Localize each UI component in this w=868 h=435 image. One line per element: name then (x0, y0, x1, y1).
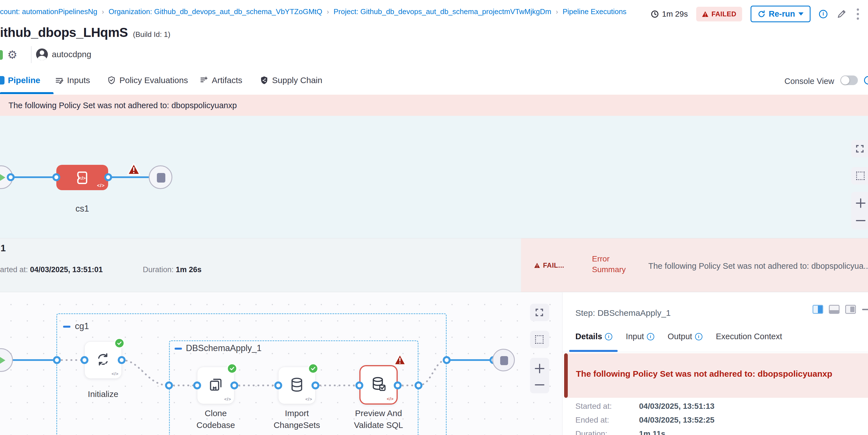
zoom-out-icon[interactable] (856, 220, 865, 221)
step-clone-codebase[interactable]: </> (197, 367, 234, 404)
zoom-control[interactable] (851, 192, 868, 229)
marquee-select-button[interactable] (851, 167, 868, 185)
marquee-select-button[interactable] (530, 331, 549, 348)
code-glyph: </> (224, 397, 231, 401)
connector-port (193, 381, 201, 390)
tab-supply-chain[interactable]: Supply Chain (260, 75, 322, 85)
warning-icon (534, 262, 540, 268)
connector-port (104, 173, 112, 181)
console-view-toggle[interactable] (840, 75, 858, 85)
tab-policy-evaluations[interactable]: Policy Evaluations (107, 75, 188, 85)
fullscreen-button[interactable] (851, 140, 868, 157)
step-success-badge (308, 363, 318, 374)
connector-port (81, 356, 88, 364)
breadcrumb-account[interactable]: count: automationPipelinesNg (0, 7, 97, 16)
panel-tab-details[interactable]: Details i (576, 332, 612, 341)
info-icon[interactable]: i (647, 333, 654, 340)
connector-port (311, 381, 319, 390)
custom-stage-icon: </> (73, 169, 91, 187)
error-summary-text: The following Policy Set was not adhered… (648, 261, 868, 271)
tab-pipeline[interactable]: Pipeline (0, 75, 40, 85)
zoom-control[interactable] (530, 358, 549, 393)
code-glyph: </> (97, 183, 105, 188)
clone-codebase-icon (208, 377, 224, 393)
error-left-bar (564, 353, 568, 398)
breadcrumb-project[interactable]: Project: Github_db_devops_aut_db_schema_… (334, 7, 551, 16)
status-badge-text: FAILED (711, 10, 736, 18)
panel-tabs: Details i Input i Output i Execution Con… (576, 332, 782, 341)
step-initialize[interactable]: </> (85, 341, 122, 379)
tab-artifacts-label: Artifacts (212, 75, 242, 85)
info-icon[interactable]: i (605, 333, 612, 340)
zoom-out-icon[interactable] (535, 384, 545, 385)
layout-bottom-view-icon[interactable] (829, 305, 840, 314)
step-success-badge (114, 338, 125, 348)
breadcrumb: count: automationPipelinesNg › Organizat… (0, 7, 626, 16)
tab-inputs-label: Inputs (67, 75, 90, 85)
edge-line (108, 176, 154, 178)
panel-minimize-icon[interactable] (862, 309, 868, 310)
refresh-icon (757, 10, 766, 18)
chevron-down-icon (799, 12, 804, 15)
svg-text:</>: </> (79, 176, 86, 181)
edit-pencil-icon[interactable] (836, 8, 847, 20)
panel-ended-label: Ended at: (576, 415, 609, 425)
panel-ended-value: 04/03/2025, 13:52:25 (639, 415, 714, 425)
build-id: (Build Id: 1) (133, 30, 170, 39)
panel-tab-input[interactable]: Input i (626, 332, 654, 341)
breadcrumb-pipeline-executions[interactable]: Pipeline Executions (562, 7, 626, 16)
step-import-changesets[interactable]: </> (278, 367, 315, 404)
panel-error-text: The following Policy Set was not adhered… (576, 369, 832, 379)
pipeline-execution-page: count: automationPipelinesNg › Organizat… (0, 0, 868, 435)
rerun-button[interactable]: Re-run (750, 6, 810, 22)
layout-right-view-icon[interactable] (845, 305, 856, 314)
layout-split-view-icon[interactable] (812, 305, 823, 314)
step-graph-canvas[interactable]: cg1 DBSchemaApply_1 (0, 292, 562, 435)
shield-check-icon (107, 76, 116, 85)
rerun-button-label: Re-run (769, 9, 795, 19)
tab-pipeline-label: Pipeline (8, 75, 40, 85)
error-summary-label: Error Summary (592, 254, 637, 275)
code-glyph: </> (112, 371, 119, 376)
info-icon[interactable]: i (819, 10, 828, 18)
more-options-icon[interactable] (856, 7, 860, 21)
clock-icon (651, 10, 659, 18)
stop-icon (157, 173, 165, 183)
info-icon[interactable]: i (695, 333, 703, 340)
execution-duration-text: 1m 29s (662, 9, 688, 19)
stage-duration-value: 1m 26s (176, 266, 202, 274)
connector-port (7, 173, 14, 181)
code-glyph: </> (305, 397, 312, 401)
step-preview-validate-sql[interactable]: </> (360, 365, 398, 405)
info-icon-partial[interactable]: i (864, 76, 868, 85)
error-summary-panel: FAIL... Error Summary The following Poli… (521, 238, 868, 292)
toggle-knob (841, 76, 849, 85)
code-glyph: </> (387, 396, 394, 401)
step-details-panel: Step: DBSchemaApply_1 Details i Input i … (562, 292, 868, 435)
title-row: ithub_dbops_LHqmS (Build Id: 1) (0, 25, 170, 40)
page-title: ithub_dbops_LHqmS (0, 25, 128, 40)
tab-inputs[interactable]: Inputs (55, 75, 90, 85)
stage-node-cs1[interactable]: </> </> (56, 165, 108, 190)
database-icon (289, 377, 305, 393)
step-label-initialize: Initialize (66, 388, 140, 400)
connector-port (394, 381, 402, 390)
panel-tab-execution-context[interactable]: Execution Context (716, 332, 782, 341)
stage-summary-band: FAIL... Error Summary The following Poli… (0, 238, 868, 292)
fullscreen-button[interactable] (530, 304, 549, 321)
step-label-import-changesets: Import ChangeSets (260, 407, 334, 431)
step-label-preview-validate-sql: Preview And Validate SQL (342, 407, 415, 431)
tab-artifacts[interactable]: Artifacts (199, 75, 242, 85)
connector-port (443, 356, 451, 364)
stage-fail-text: FAIL... (543, 261, 564, 269)
connector-port (414, 381, 423, 390)
tab-policy-evaluations-label: Policy Evaluations (119, 75, 188, 85)
header-actions: 1m 29s FAILED Re-run i (651, 6, 860, 22)
panel-tab-output[interactable]: Output i (668, 332, 703, 341)
stage-graph-canvas[interactable]: </> </> cs1 (0, 116, 868, 238)
tab-supply-chain-label: Supply Chain (272, 75, 322, 85)
gear-icon[interactable]: ⚙ (7, 47, 18, 62)
stage-node-label: cs1 (56, 204, 108, 214)
divider (562, 352, 868, 352)
breadcrumb-organization[interactable]: Organization: Github_db_devops_aut_db_sc… (108, 7, 322, 16)
